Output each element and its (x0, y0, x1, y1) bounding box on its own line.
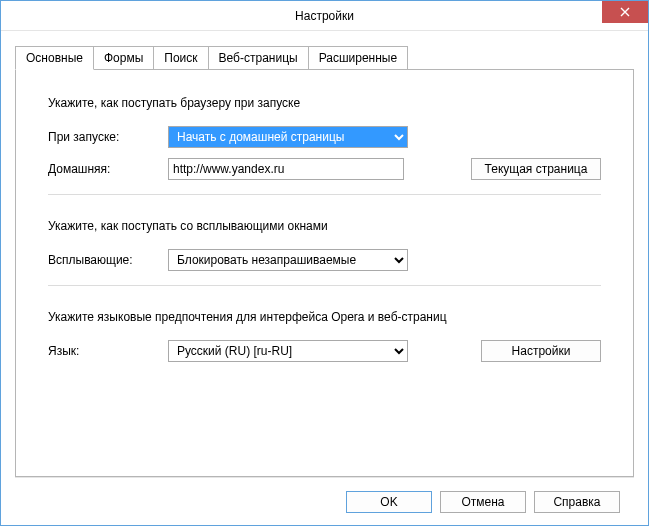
language-settings-button[interactable]: Настройки (481, 340, 601, 362)
tabs-container: Основные Формы Поиск Веб-страницы Расшир… (15, 45, 634, 477)
on-start-select[interactable]: Начать с домашней страницы (168, 126, 408, 148)
language-select[interactable]: Русский (RU) [ru-RU] (168, 340, 408, 362)
on-start-label: При запуске: (48, 130, 158, 144)
help-button[interactable]: Справка (534, 491, 620, 513)
cancel-button[interactable]: Отмена (440, 491, 526, 513)
settings-window: Настройки Основные Формы Поиск Веб-стран… (0, 0, 649, 526)
divider (48, 285, 601, 286)
language-row: Язык: Русский (RU) [ru-RU] Настройки (48, 340, 601, 362)
tabstrip: Основные Формы Поиск Веб-страницы Расшир… (15, 45, 634, 69)
startup-description: Укажите, как поступать браузеру при запу… (48, 96, 601, 110)
popups-description: Укажите, как поступать со всплывающими о… (48, 219, 601, 233)
dialog-footer: OK Отмена Справка (15, 477, 634, 525)
current-page-button[interactable]: Текущая страница (471, 158, 601, 180)
window-title: Настройки (295, 9, 354, 23)
titlebar: Настройки (1, 1, 648, 31)
tabpanel-general: Укажите, как поступать браузеру при запу… (15, 69, 634, 477)
tab-search[interactable]: Поиск (153, 46, 208, 70)
tab-advanced[interactable]: Расширенные (308, 46, 409, 70)
close-icon (620, 7, 630, 17)
language-label: Язык: (48, 344, 158, 358)
popups-label: Всплывающие: (48, 253, 158, 267)
tab-forms[interactable]: Формы (93, 46, 154, 70)
homepage-label: Домашняя: (48, 162, 158, 176)
language-description: Укажите языковые предпочтения для интерф… (48, 310, 601, 324)
startup-row: При запуске: Начать с домашней страницы (48, 126, 601, 148)
close-button[interactable] (602, 1, 648, 23)
popups-row: Всплывающие: Блокировать незапрашиваемые (48, 249, 601, 271)
divider (48, 194, 601, 195)
tab-webpages[interactable]: Веб-страницы (208, 46, 309, 70)
homepage-row: Домашняя: Текущая страница (48, 158, 601, 180)
content-area: Основные Формы Поиск Веб-страницы Расшир… (1, 31, 648, 525)
ok-button[interactable]: OK (346, 491, 432, 513)
tab-general[interactable]: Основные (15, 46, 94, 70)
homepage-input[interactable] (168, 158, 404, 180)
popups-select[interactable]: Блокировать незапрашиваемые (168, 249, 408, 271)
